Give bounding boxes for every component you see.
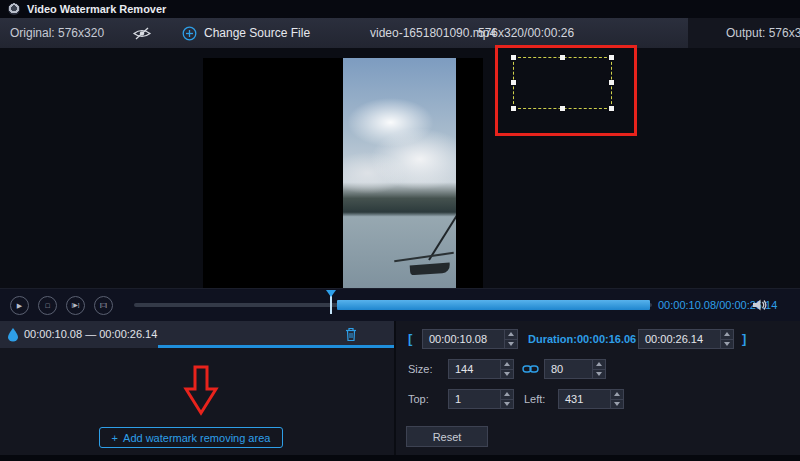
left-label: Left: bbox=[524, 389, 545, 409]
top-spin-up-button[interactable] bbox=[501, 390, 513, 400]
size-height-spin-down-button[interactable] bbox=[593, 370, 605, 379]
segments-panel: 00:00:10.08 — 00:00:26.14 + Add watermar… bbox=[0, 321, 394, 455]
add-watermark-area-button[interactable]: + Add watermark removing area bbox=[99, 427, 283, 448]
selection-handle-top-middle[interactable] bbox=[560, 55, 565, 60]
reset-button[interactable]: Reset bbox=[406, 426, 488, 447]
video-image bbox=[343, 58, 456, 288]
trash-icon[interactable] bbox=[345, 327, 357, 342]
set-start-bracket-button[interactable]: [ bbox=[408, 329, 412, 349]
segment-list-item[interactable]: 00:00:10.08 — 00:00:26.14 bbox=[0, 321, 394, 348]
selection-handle-bottom-right[interactable] bbox=[609, 106, 614, 111]
volume-icon[interactable] bbox=[752, 298, 768, 312]
left-value[interactable]: 431 bbox=[559, 390, 610, 408]
size-width-spin-down-button[interactable] bbox=[501, 370, 513, 379]
bottom-panels: 00:00:10.08 — 00:00:26.14 + Add watermar… bbox=[0, 321, 800, 455]
end-time-spin-up-button[interactable] bbox=[721, 330, 733, 340]
video-frame bbox=[203, 58, 483, 288]
link-aspect-icon[interactable] bbox=[522, 363, 539, 375]
start-time-value[interactable]: 00:00:10.08 bbox=[423, 330, 504, 348]
start-time-stepper[interactable]: 00:00:10.08 bbox=[422, 329, 518, 349]
size-label: Size: bbox=[408, 359, 432, 379]
change-source-file-label: Change Source File bbox=[204, 26, 310, 40]
segment-progress-bar bbox=[158, 345, 394, 348]
change-source-file-button[interactable]: Change Source File bbox=[182, 18, 310, 48]
segment-play-button[interactable]: [▶] bbox=[66, 296, 85, 315]
segment-time-range: 00:00:10.08 — 00:00:26.14 bbox=[24, 328, 157, 340]
selection-handle-bottom-middle[interactable] bbox=[560, 106, 565, 111]
start-time-spin-up-button[interactable] bbox=[505, 330, 517, 340]
end-time-spin-down-button[interactable] bbox=[721, 340, 733, 349]
top-stepper[interactable]: 1 bbox=[448, 389, 514, 409]
left-stepper[interactable]: 431 bbox=[558, 389, 624, 409]
boat-outrigger bbox=[394, 252, 454, 262]
start-time-spin-down-button[interactable] bbox=[505, 340, 517, 349]
video-preview-area bbox=[0, 48, 800, 288]
watermark-marker-icon bbox=[7, 327, 19, 342]
plus-circle-icon bbox=[182, 26, 197, 41]
size-width-spin-up-button[interactable] bbox=[501, 360, 513, 370]
selection-handle-middle-left[interactable] bbox=[511, 80, 516, 85]
duration-label: Duration:00:00:16.06 bbox=[528, 329, 636, 349]
timeline-segment-fill[interactable] bbox=[337, 300, 650, 310]
boat-hull bbox=[410, 263, 451, 276]
left-spin-up-button[interactable] bbox=[611, 390, 623, 400]
end-time-value[interactable]: 00:00:26.14 bbox=[639, 330, 720, 348]
output-resolution-label: Output: 576x320 bbox=[726, 18, 800, 48]
selection-handle-top-left[interactable] bbox=[511, 55, 516, 60]
watermark-selection-box[interactable] bbox=[513, 57, 612, 109]
app-title: Video Watermark Remover bbox=[27, 3, 166, 15]
top-spin-down-button[interactable] bbox=[501, 400, 513, 409]
boat-mast bbox=[428, 149, 456, 260]
size-height-value[interactable]: 80 bbox=[545, 360, 592, 378]
top-value[interactable]: 1 bbox=[449, 390, 500, 408]
add-watermark-area-label: Add watermark removing area bbox=[123, 432, 270, 444]
stop-button[interactable]: □ bbox=[38, 296, 57, 315]
left-spin-down-button[interactable] bbox=[611, 400, 623, 409]
selection-handle-bottom-left[interactable] bbox=[511, 106, 516, 111]
annotation-red-arrow bbox=[182, 365, 220, 417]
original-resolution-label: Original: 576x320 bbox=[10, 18, 104, 48]
size-height-stepper[interactable]: 80 bbox=[544, 359, 606, 379]
playhead-marker[interactable] bbox=[326, 290, 336, 297]
plus-icon: + bbox=[112, 432, 118, 444]
title-bar: Video Watermark Remover bbox=[0, 0, 800, 18]
set-end-bracket-button[interactable]: ] bbox=[742, 329, 746, 349]
eye-off-icon[interactable] bbox=[133, 27, 151, 40]
size-width-stepper[interactable]: 144 bbox=[448, 359, 514, 379]
selection-handle-top-right[interactable] bbox=[609, 55, 614, 60]
app-logo-icon bbox=[8, 3, 20, 15]
segment-frame-button[interactable]: [□] bbox=[94, 296, 113, 315]
end-time-stepper[interactable]: 00:00:26.14 bbox=[638, 329, 734, 349]
selection-handle-middle-right[interactable] bbox=[609, 80, 614, 85]
properties-panel: [ 00:00:10.08 Duration:00:00:16.06 00:00… bbox=[396, 321, 800, 455]
playback-bar: ▶ □ [▶] [□] 00:00:10.08/00:00:26.14 bbox=[0, 288, 800, 321]
play-button[interactable]: ▶ bbox=[10, 296, 29, 315]
video-watermark-remover-window: Video Watermark Remover Original: 576x32… bbox=[0, 0, 800, 461]
size-width-value[interactable]: 144 bbox=[449, 360, 500, 378]
size-height-spin-up-button[interactable] bbox=[593, 360, 605, 370]
bottom-strip bbox=[0, 455, 800, 461]
top-label: Top: bbox=[408, 389, 429, 409]
header-bar: Original: 576x320 Change Source File vid… bbox=[0, 18, 800, 48]
source-dimensions-duration: 576x320/00:00:26 bbox=[478, 18, 574, 48]
